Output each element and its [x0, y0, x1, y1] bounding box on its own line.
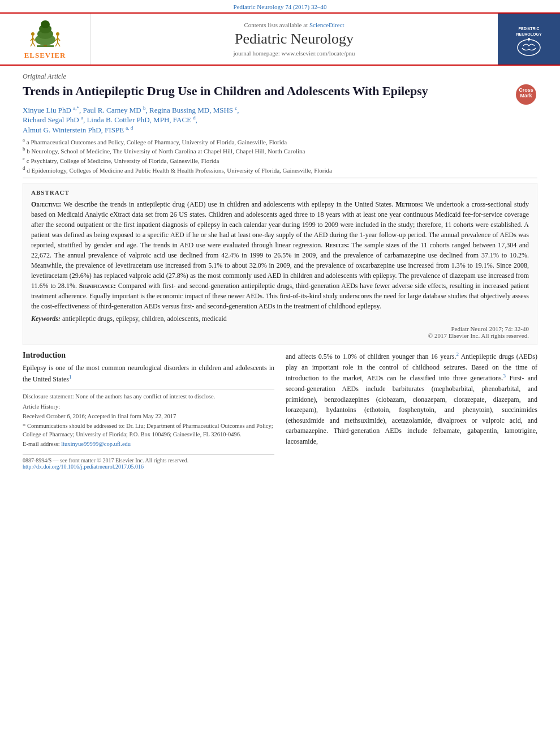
significance-label: Significance: — [79, 282, 116, 290]
intro-text-right: and affects 0.5% to 1.0% of children you… — [286, 351, 537, 447]
elsevier-tree-icon — [23, 18, 68, 49]
left-column: Introduction Epilepsy is one of the most… — [23, 351, 274, 470]
main-content: Original Article Cross Mark Trends in An… — [0, 67, 560, 475]
email-link[interactable]: liuxinyue99999@cop.ufl.edu — [61, 441, 131, 447]
sciencedirect-link[interactable]: ScienceDirect — [309, 22, 344, 28]
journal-logo-box: PEDIATRIC NEUROLOGY — [498, 14, 560, 65]
doi-link[interactable]: http://dx.doi.org/10.1016/j.pediatrneuro… — [23, 463, 144, 470]
keywords-text: antiepileptic drugs, epilepsy, children,… — [62, 315, 227, 323]
page: Pediatric Neurology 74 (2017) 32–40 — [0, 0, 560, 747]
svg-line-16 — [55, 42, 58, 46]
results-label: Results: — [325, 241, 350, 249]
disclosure-note: Disclosure statement: None of the author… — [23, 392, 274, 401]
crossmark-badge[interactable]: Cross Mark — [515, 83, 537, 108]
svg-text:PEDIATRIC: PEDIATRIC — [518, 27, 539, 31]
citation-text: Pediatr Neurol 2017; 74: 32-40 — [31, 325, 529, 332]
keywords-line: Keywords: antiepileptic drugs, epilepsy,… — [31, 315, 529, 323]
authors-line: Xinyue Liu PhD a,*, Paul R. Carney MD b,… — [23, 105, 537, 135]
elsevier-logo-area: ELSEVIER — [0, 14, 91, 65]
affiliations: a a Pharmaceutical Outcomes and Policy, … — [23, 137, 537, 174]
abstract-section: Abstract Objective: We describe the tren… — [23, 183, 537, 345]
crossmark-icon: Cross Mark — [515, 83, 537, 106]
article-title: Trends in Antiepileptic Drug Use in Chil… — [23, 83, 537, 100]
svg-line-11 — [33, 42, 35, 46]
received-date: Received October 6, 2016; Accepted in fi… — [23, 412, 274, 420]
journal-banner: ELSEVIER Contents lists available at Sci… — [0, 12, 560, 66]
svg-line-10 — [31, 42, 33, 46]
email-note: E-mail address: liuxinyue99999@cop.ufl.e… — [23, 440, 274, 448]
svg-point-6 — [31, 32, 35, 36]
footnote-section: Disclosure statement: None of the author… — [23, 389, 274, 448]
svg-text:NEUROLOGY: NEUROLOGY — [516, 32, 541, 36]
right-column: and affects 0.5% to 1.0% of children you… — [286, 351, 537, 470]
journal-name: Pediatric Neurology — [235, 31, 354, 48]
svg-text:Mark: Mark — [520, 93, 532, 98]
two-column-body: Introduction Epilepsy is one of the most… — [23, 351, 537, 470]
sciencedirect-line: Contents lists available at ScienceDirec… — [244, 22, 344, 28]
svg-point-5 — [41, 20, 50, 28]
pediatric-neurology-logo-icon: PEDIATRIC NEUROLOGY — [506, 21, 552, 58]
correspondence-note: * Communications should be addressed to:… — [23, 422, 274, 439]
svg-point-12 — [56, 32, 59, 36]
abstract-text: Objective: We describe the trends in ant… — [31, 199, 529, 311]
article-type: Original Article — [23, 72, 537, 81]
objective-label: Objective: — [31, 200, 61, 208]
intro-text-left: Epilepsy is one of the most common neuro… — [23, 363, 274, 384]
article-history-label: Article History: — [23, 402, 274, 411]
objective-text: We describe the trends in antiepileptic … — [63, 200, 393, 208]
issn-line: 0887-8994/$ — see front matter © 2017 El… — [23, 457, 274, 463]
intro-heading: Introduction — [23, 351, 274, 360]
citation-box: Pediatr Neurol 2017; 74: 32-40 © 2017 El… — [31, 325, 529, 339]
keywords-label: Keywords: — [31, 315, 61, 323]
title-area: Cross Mark Trends in Antiepileptic Drug … — [23, 83, 537, 100]
copyright-text: © 2017 Elsevier Inc. All rights reserved… — [31, 332, 529, 339]
bottom-bar: 0887-8994/$ — see front matter © 2017 El… — [23, 454, 274, 470]
svg-line-17 — [58, 42, 60, 46]
svg-point-23 — [528, 38, 530, 40]
elsevier-logo: ELSEVIER — [23, 18, 68, 60]
journal-title-area: Contents lists available at ScienceDirec… — [91, 14, 498, 65]
divider-after-affiliations — [23, 178, 537, 178]
svg-text:Cross: Cross — [519, 87, 533, 93]
abstract-heading: Abstract — [31, 189, 529, 196]
top-journal-citation: Pediatric Neurology 74 (2017) 32–40 — [0, 0, 560, 11]
doi-line: http://dx.doi.org/10.1016/j.pediatrneuro… — [23, 463, 274, 470]
elsevier-wordmark: ELSEVIER — [24, 51, 66, 60]
methods-label: Methods: — [395, 200, 423, 208]
journal-homepage: journal homepage: www.elsevier.com/locat… — [234, 50, 355, 57]
